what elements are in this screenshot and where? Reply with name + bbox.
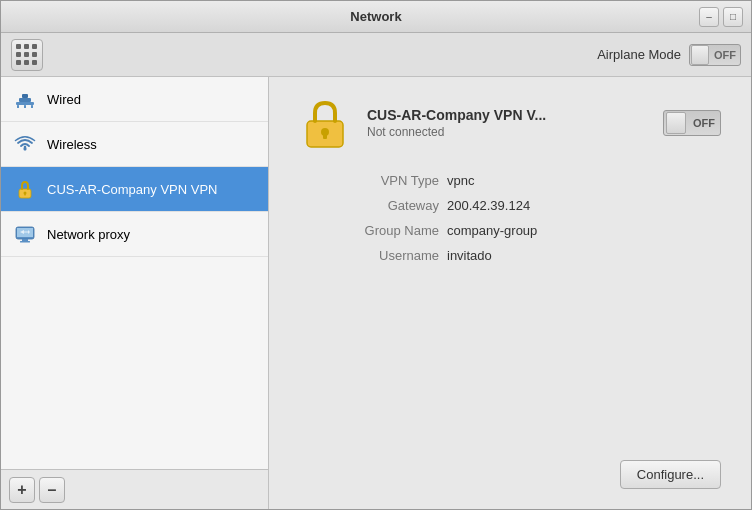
vpn-type-label: VPN Type [319, 173, 439, 188]
sidebar-proxy-label: Network proxy [47, 227, 130, 242]
sidebar-item-network-proxy[interactable]: Network proxy [1, 212, 268, 257]
vpn-info: CUS-AR-Company VPN V... Not connected [367, 107, 647, 139]
vpn-toggle-state: OFF [688, 117, 720, 129]
proxy-icon [13, 222, 37, 246]
group-name-label: Group Name [319, 223, 439, 238]
sidebar-list: Wired Wireless [1, 77, 268, 469]
svg-rect-3 [17, 105, 19, 108]
toggle-handle [691, 45, 709, 65]
svg-rect-1 [19, 98, 31, 102]
sidebar-vpn-label: CUS-AR-Company VPN VPN [47, 182, 218, 197]
apps-grid-icon [16, 44, 38, 66]
vpn-lock-icon [299, 97, 351, 149]
svg-rect-13 [22, 239, 28, 241]
wired-icon [13, 87, 37, 111]
main-footer: Configure... [299, 450, 721, 489]
configure-button[interactable]: Configure... [620, 460, 721, 489]
svg-rect-4 [24, 105, 26, 108]
airplane-mode-label: Airplane Mode [597, 47, 681, 62]
airplane-mode-toggle[interactable]: OFF [689, 44, 741, 66]
sidebar-wired-label: Wired [47, 92, 81, 107]
vpn-status: Not connected [367, 125, 647, 139]
vpn-name: CUS-AR-Company VPN V... [367, 107, 627, 123]
svg-rect-0 [16, 102, 34, 105]
gateway-label: Gateway [319, 198, 439, 213]
svg-point-6 [24, 148, 27, 151]
vpn-toggle-handle [666, 112, 686, 134]
remove-connection-button[interactable]: – [39, 477, 65, 503]
sidebar-wireless-label: Wireless [47, 137, 97, 152]
gateway-value: 200.42.39.124 [447, 198, 721, 213]
apps-button[interactable] [11, 39, 43, 71]
sidebar-item-wireless[interactable]: Wireless [1, 122, 268, 167]
wireless-icon [13, 132, 37, 156]
window-title: Network [350, 9, 401, 24]
svg-rect-5 [31, 105, 33, 108]
vpn-header: CUS-AR-Company VPN V... Not connected OF… [299, 97, 721, 149]
vpn-toggle-switch[interactable]: OFF [663, 110, 721, 136]
sidebar-item-wired[interactable]: Wired [1, 77, 268, 122]
minimize-button[interactable]: – [699, 7, 719, 27]
sidebar: Wired Wireless [1, 77, 269, 509]
airplane-mode-toggle-state: OFF [710, 49, 740, 61]
username-value: invitado [447, 248, 721, 263]
vpn-details: VPN Type vpnc Gateway 200.42.39.124 Grou… [319, 173, 721, 263]
sidebar-item-vpn[interactable]: CUS-AR-Company VPN VPN [1, 167, 268, 212]
svg-rect-18 [323, 132, 327, 139]
airplane-mode-area: Airplane Mode OFF [597, 44, 741, 66]
vpn-type-value: vpnc [447, 173, 721, 188]
maximize-button[interactable]: □ [723, 7, 743, 27]
svg-rect-2 [22, 94, 28, 98]
vpn-icon [13, 177, 37, 201]
titlebar: Network – □ [1, 1, 751, 33]
vpn-toggle-area: OFF [663, 110, 721, 136]
sidebar-footer: + – [1, 469, 268, 509]
add-connection-button[interactable]: + [9, 477, 35, 503]
titlebar-buttons: – □ [699, 7, 743, 27]
toolbar: Airplane Mode OFF [1, 33, 751, 77]
main-panel: CUS-AR-Company VPN V... Not connected OF… [269, 77, 751, 509]
content-area: Wired Wireless [1, 77, 751, 509]
svg-rect-10 [24, 193, 25, 196]
main-window: Network – □ Airplane Mode OF [0, 0, 752, 510]
username-label: Username [319, 248, 439, 263]
svg-rect-14 [20, 241, 30, 243]
group-name-value: company-group [447, 223, 721, 238]
